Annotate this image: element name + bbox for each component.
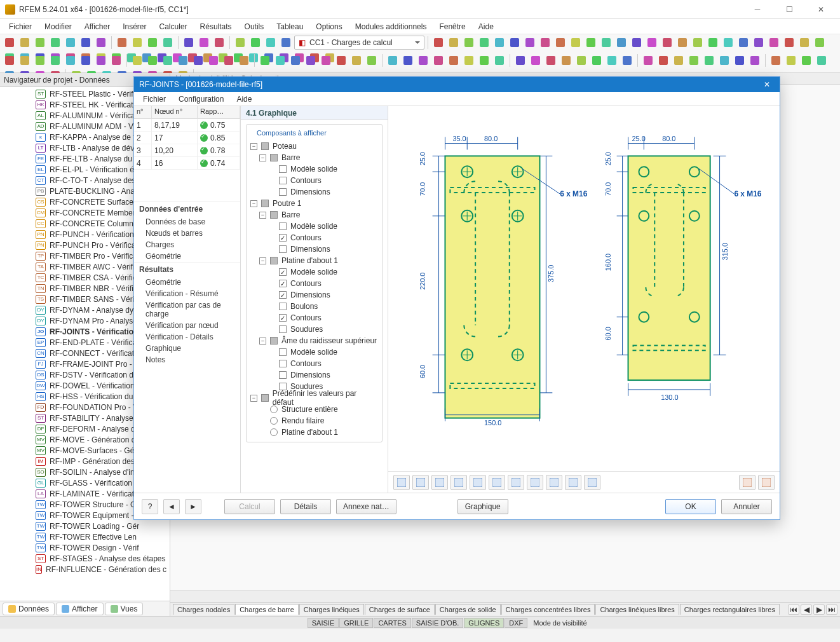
graphic-viewport[interactable]: 35.0 80.0 375.0: [388, 106, 780, 471]
toolbar-button[interactable]: [94, 53, 108, 67]
case-row[interactable]: 18,17,19 0.75: [134, 119, 240, 132]
checkbox[interactable]: [279, 165, 287, 173]
checkbox[interactable]: [279, 222, 287, 230]
tree-node[interactable]: −Barre: [250, 152, 378, 163]
cancel-button[interactable]: Annuler: [721, 499, 772, 514]
dialog-menu-fichier[interactable]: Fichier: [138, 93, 171, 105]
main-menu-aide[interactable]: Aide: [473, 21, 499, 32]
section-item[interactable]: Graphique: [134, 343, 240, 354]
toolbar-button[interactable]: [815, 53, 829, 67]
national-annex-button[interactable]: Annexe nat…: [336, 499, 396, 514]
checkbox[interactable]: [279, 291, 287, 299]
view-y-icon[interactable]: [450, 475, 467, 490]
tree-node[interactable]: −Platine d'about 1: [250, 255, 378, 266]
main-menu-modifier[interactable]: Modifier: [39, 21, 77, 32]
toolbar-button[interactable]: [656, 53, 670, 67]
toolbar-button[interactable]: [477, 36, 491, 50]
toolbar-button[interactable]: [304, 53, 318, 67]
toolbar-button[interactable]: [161, 53, 175, 67]
tree-node[interactable]: Modèle solide: [250, 346, 378, 358]
sheet-tab[interactable]: Charges de barre: [235, 604, 299, 615]
tree-node[interactable]: Rendu filaire: [250, 415, 378, 427]
toolbar-button[interactable]: [431, 53, 445, 67]
toolbar-button[interactable]: [191, 53, 205, 67]
toolbar-button[interactable]: [258, 53, 272, 67]
tree-node[interactable]: Modèle solide: [250, 163, 378, 175]
horizontal-scrollbar[interactable]: [170, 591, 840, 602]
navigator-tab[interactable]: Vues: [105, 603, 144, 615]
dxf-export-icon[interactable]: [739, 475, 755, 490]
load-case-combo[interactable]: ◧CC1 - Charges de calcul: [294, 36, 424, 50]
tree-node[interactable]: Contours: [250, 175, 378, 186]
tree-node[interactable]: Boulons: [250, 301, 378, 312]
main-menu-modules additionnels[interactable]: Modules additionnels: [350, 21, 432, 32]
tab-nav-first-button[interactable]: ⏮: [788, 604, 799, 615]
toolbar-button[interactable]: [146, 36, 159, 50]
toolbar-button[interactable]: [18, 53, 32, 67]
toolbar-button[interactable]: [702, 53, 716, 67]
toolbar-button[interactable]: [630, 36, 644, 50]
tree-node[interactable]: −Poteau: [250, 140, 378, 152]
toolbar-button[interactable]: [706, 36, 720, 50]
toolbar-button[interactable]: [492, 36, 506, 50]
dialog-close-button[interactable]: ✕: [759, 78, 775, 91]
tree-node[interactable]: Dimensions: [250, 186, 378, 198]
checkbox[interactable]: [279, 234, 287, 242]
toolbar-button[interactable]: [130, 36, 144, 50]
main-menu-outils[interactable]: Outils: [240, 21, 269, 32]
toolbar-button[interactable]: [605, 53, 619, 67]
navigator-module-item[interactable]: TWRF-TOWER Effective Len: [0, 531, 170, 542]
radio[interactable]: [270, 428, 278, 436]
tree-node[interactable]: Dimensions: [250, 289, 378, 301]
navigator-module-item[interactable]: STRF-STAGES - Analyse des étapes: [0, 553, 170, 564]
prev-view-button[interactable]: ◄: [163, 499, 180, 514]
toolbar-button[interactable]: [717, 53, 731, 67]
toolbar-button[interactable]: [33, 53, 47, 67]
sheet-tab[interactable]: Charges de solide: [435, 604, 501, 615]
toolbar-button[interactable]: [672, 53, 686, 67]
window-close-button[interactable]: ✕: [807, 1, 835, 18]
main-menu-calculer[interactable]: Calculer: [154, 21, 193, 32]
tree-node[interactable]: Contours: [250, 232, 378, 243]
main-menu-afficher[interactable]: Afficher: [79, 21, 115, 32]
status-cell[interactable]: GLIGNES: [464, 618, 504, 628]
toolbar-button[interactable]: [64, 36, 78, 50]
toolbar-button[interactable]: [365, 53, 379, 67]
section-item[interactable]: Données de base: [134, 216, 240, 228]
toolbar-button[interactable]: [279, 36, 293, 50]
toolbar-button[interactable]: [523, 36, 537, 50]
toolbar-button[interactable]: [79, 36, 93, 50]
tree-node[interactable]: −Poutre 1: [250, 198, 378, 209]
case-row[interactable]: 416 0.74: [134, 157, 240, 170]
toolbar-button[interactable]: [248, 36, 262, 50]
window-minimize-button[interactable]: ─: [743, 1, 771, 18]
toolbar-button[interactable]: [799, 53, 813, 67]
toolbar-button[interactable]: [767, 36, 781, 50]
sheet-tab[interactable]: Charges linéiques libres: [595, 604, 679, 615]
toolbar-button[interactable]: [641, 53, 655, 67]
radio[interactable]: [270, 406, 278, 413]
toolbar-button[interactable]: [813, 36, 827, 50]
export-icon[interactable]: [758, 475, 775, 490]
checkbox[interactable]: [279, 177, 287, 184]
tree-twisty-icon[interactable]: −: [259, 154, 266, 161]
status-cell[interactable]: CARTES: [374, 618, 410, 628]
view-xz-icon[interactable]: [508, 475, 524, 490]
toolbar-button[interactable]: [115, 36, 129, 50]
toolbar-button[interactable]: [207, 53, 220, 67]
status-cell[interactable]: GRILLE: [339, 618, 373, 628]
toolbar-button[interactable]: [574, 53, 588, 67]
main-menu-fichier[interactable]: Fichier: [4, 21, 37, 32]
toolbar-button[interactable]: [33, 36, 47, 50]
section-item[interactable]: Vérification - Résumé: [134, 288, 240, 299]
toolbar-button[interactable]: [784, 53, 798, 67]
toolbar-button[interactable]: [691, 36, 705, 50]
toolbar-button[interactable]: [782, 36, 796, 50]
tree-node[interactable]: Platine d'about 1: [250, 427, 378, 438]
toolbar-button[interactable]: [477, 53, 491, 67]
checkbox[interactable]: [279, 268, 287, 276]
tree-twisty-icon[interactable]: −: [259, 212, 266, 219]
tree-twisty-icon[interactable]: −: [250, 143, 257, 150]
checkbox[interactable]: [270, 257, 278, 264]
toolbar-button[interactable]: [553, 36, 567, 50]
